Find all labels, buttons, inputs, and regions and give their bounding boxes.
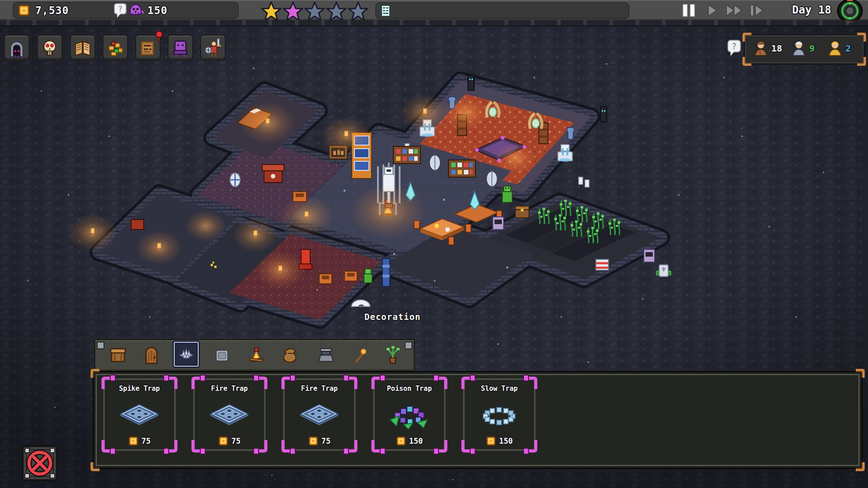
poison-trap-icon bbox=[387, 401, 431, 430]
build-item-card-slow-trap[interactable]: Slow Trap 150 bbox=[459, 375, 539, 455]
gold-unit-count-group: 2 bbox=[827, 40, 851, 56]
question-bubble-icon: ? bbox=[113, 3, 127, 19]
item-price: 75 bbox=[142, 436, 151, 446]
tab-decorations[interactable] bbox=[380, 343, 406, 366]
fast-forward-icon bbox=[725, 4, 743, 17]
gold-amount: 7,530 bbox=[35, 5, 69, 16]
build-item-card-fire-trap-2[interactable]: Fire Trap 75 bbox=[279, 375, 359, 455]
elder-unit-icon bbox=[791, 40, 807, 56]
crate-icon bbox=[109, 346, 127, 365]
cancel-x-icon bbox=[21, 444, 59, 482]
top-bar: 7,530 ? 150 bbox=[0, 0, 868, 22]
worker-unit-icon bbox=[753, 40, 769, 56]
gold-unit-icon bbox=[827, 40, 843, 56]
step-forward-icon bbox=[749, 4, 764, 17]
game-screen: Decoration 7,530 ? 150 bbox=[0, 0, 868, 488]
item-name: Spike Trap bbox=[99, 385, 179, 393]
hero-icon bbox=[203, 38, 223, 59]
dungeon-gate-icon bbox=[7, 38, 27, 59]
gold-coin-icon bbox=[396, 436, 406, 446]
build-item-card-spike-trap[interactable]: Spike Trap 75 bbox=[99, 375, 179, 455]
copper-corner bbox=[742, 33, 752, 42]
decoration-plant-icon bbox=[384, 346, 402, 365]
tab-tooltip: Decoration bbox=[364, 312, 420, 322]
question-bubble-icon[interactable]: ? bbox=[726, 39, 742, 58]
svg-text:?: ? bbox=[731, 41, 736, 51]
gold-coin-icon bbox=[18, 5, 30, 16]
toolbar-resources-button[interactable] bbox=[102, 34, 128, 61]
toolbar-minions-button[interactable] bbox=[37, 34, 63, 61]
item-price: 150 bbox=[499, 436, 513, 446]
spike-trap-tab-icon bbox=[177, 346, 195, 365]
sack-icon bbox=[282, 346, 300, 365]
star-rating-5 bbox=[347, 1, 368, 22]
mana-ghost-icon bbox=[128, 3, 144, 18]
tabbar-end-cap bbox=[405, 342, 412, 349]
tab-sacks[interactable] bbox=[278, 343, 304, 366]
resource-panel: 7,530 ? 150 bbox=[13, 2, 239, 19]
cancel-button[interactable] bbox=[21, 444, 59, 482]
tab-traps[interactable] bbox=[174, 342, 199, 367]
dark-throne-icon bbox=[170, 38, 190, 59]
trap-plate-icon bbox=[297, 401, 341, 430]
tab-storage-crate[interactable] bbox=[105, 343, 131, 366]
tab-pressure-plates[interactable] bbox=[209, 343, 235, 366]
item-name: Poison Trap bbox=[369, 385, 449, 393]
play-button[interactable] bbox=[707, 4, 718, 19]
tab-forges[interactable] bbox=[313, 343, 339, 366]
gold-coin-icon bbox=[218, 436, 228, 446]
torch-icon bbox=[350, 346, 368, 365]
skull-icon bbox=[40, 38, 60, 59]
dungeon-rating bbox=[260, 1, 369, 21]
elder-count-group: 9 bbox=[791, 40, 815, 56]
worker-count: 18 bbox=[771, 43, 782, 54]
svg-text:?: ? bbox=[118, 5, 123, 14]
forge-icon bbox=[317, 346, 335, 365]
elder-count: 9 bbox=[809, 43, 815, 54]
star-rating-4 bbox=[326, 1, 347, 22]
star-rating-2 bbox=[282, 1, 303, 22]
objective-list-icon bbox=[381, 5, 390, 17]
build-menu-tabs bbox=[94, 339, 415, 372]
tab-campfires[interactable] bbox=[244, 343, 269, 366]
pause-button[interactable] bbox=[681, 4, 697, 19]
item-name: Slow Trap bbox=[459, 385, 539, 393]
star-rating-1 bbox=[260, 1, 282, 22]
loot-icon bbox=[105, 38, 125, 59]
door-icon bbox=[142, 346, 160, 365]
item-name: Fire Trap bbox=[279, 385, 359, 393]
toolbar-library-button[interactable] bbox=[70, 34, 96, 61]
step-forward-button[interactable] bbox=[749, 4, 764, 19]
trap-plate-icon bbox=[118, 401, 161, 430]
worker-count-group: 18 bbox=[753, 40, 782, 56]
item-price: 75 bbox=[321, 436, 330, 446]
gold-coin-icon bbox=[308, 436, 318, 446]
book-icon bbox=[73, 38, 93, 59]
toolbar-throne-button[interactable] bbox=[167, 34, 193, 61]
tabbar-end-cap bbox=[97, 342, 104, 349]
toolbar-notices-button[interactable] bbox=[135, 34, 161, 61]
pressure-plate-icon bbox=[213, 346, 231, 365]
objective-bar[interactable] bbox=[375, 2, 629, 19]
pause-icon bbox=[681, 4, 697, 17]
build-item-card-poison-trap[interactable]: Poison Trap 150 bbox=[369, 375, 449, 455]
playback-controls bbox=[679, 4, 769, 17]
item-price: 150 bbox=[409, 436, 423, 446]
campfire-icon bbox=[247, 346, 265, 365]
tab-torches[interactable] bbox=[347, 343, 372, 366]
toolbar-dungeon-gate-button[interactable] bbox=[4, 34, 30, 61]
item-name: Fire Trap bbox=[189, 385, 269, 393]
slow-trap-icon bbox=[477, 401, 521, 430]
build-item-card-fire-trap[interactable]: Fire Trap 75 bbox=[189, 375, 269, 455]
mana-amount: 150 bbox=[147, 5, 168, 16]
toolbar-heroes-button[interactable] bbox=[200, 34, 226, 61]
gold-coin-icon bbox=[486, 436, 496, 446]
fast-forward-button[interactable] bbox=[725, 4, 743, 19]
gold-coin-icon bbox=[128, 436, 138, 446]
tab-doors[interactable] bbox=[139, 343, 164, 366]
gold-unit-count: 2 bbox=[845, 43, 851, 54]
play-icon bbox=[707, 4, 718, 17]
day-counter: Day 18 bbox=[792, 4, 831, 16]
population-panel: 18 9 2 bbox=[744, 34, 865, 65]
top-bar-trim bbox=[0, 20, 868, 26]
